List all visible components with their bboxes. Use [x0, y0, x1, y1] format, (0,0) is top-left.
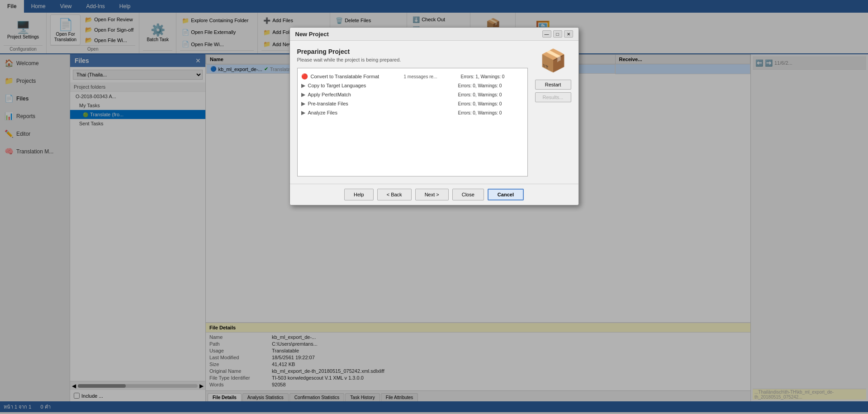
task-name-pre-translate: Pre-translate Files: [308, 101, 398, 106]
modal-footer: Help < Back Next > Close Cancel: [290, 184, 579, 205]
new-project-modal: New Project — □ ✕ Preparing Project Plea…: [289, 27, 579, 205]
restart-button[interactable]: Restart: [535, 80, 571, 90]
modal-controls: — □ ✕: [542, 30, 573, 38]
task-status-icon-perfect-match: ▶: [301, 91, 305, 98]
modal-heading: Preparing Project: [297, 48, 528, 55]
close-button[interactable]: Close: [452, 189, 484, 200]
modal-subtitle: Please wait while the project is being p…: [297, 57, 528, 62]
next-button[interactable]: Next >: [415, 189, 449, 200]
results-button[interactable]: Results...: [535, 92, 571, 102]
task-errors-pre-translate: Errors: 0, Warnings: 0: [458, 101, 502, 106]
modal-side-panel: 📦 Restart Results...: [535, 48, 571, 176]
task-name-copy: Copy to Target Languages: [308, 83, 398, 88]
modal-minimize-button[interactable]: —: [542, 30, 551, 38]
task-row-pre-translate: ▶ Pre-translate Files Errors: 0, Warning…: [301, 99, 524, 108]
modal-close-button[interactable]: ✕: [564, 30, 573, 38]
back-button[interactable]: < Back: [377, 189, 412, 200]
help-button[interactable]: Help: [344, 189, 374, 200]
task-row-copy: ▶ Copy to Target Languages Errors: 0, Wa…: [301, 81, 524, 90]
modal-body: Preparing Project Please wait while the …: [290, 41, 579, 184]
modal-title: New Project: [295, 31, 329, 38]
task-errors-copy: Errors: 0, Warnings: 0: [458, 83, 502, 88]
modal-overlay: New Project — □ ✕ Preparing Project Plea…: [0, 0, 868, 414]
modal-folder-icon: 📦: [540, 48, 567, 73]
modal-titlebar: New Project — □ ✕: [290, 28, 579, 41]
task-name-convert: Convert to Translatable Format: [311, 74, 401, 79]
task-row-analyze: ▶ Analyze Files Errors: 0, Warnings: 0: [301, 108, 524, 117]
task-name-perfect-match: Apply PerfectMatch: [308, 92, 398, 97]
cancel-button[interactable]: Cancel: [488, 189, 524, 200]
task-status-icon-convert: 🔴: [301, 73, 308, 80]
task-msg-convert: 1 messages re...: [404, 74, 458, 79]
task-status-icon-copy: ▶: [301, 82, 305, 89]
task-list-box: 🔴 Convert to Translatable Format 1 messa…: [297, 68, 528, 176]
modal-main-content: Preparing Project Please wait while the …: [297, 48, 528, 176]
task-errors-analyze: Errors: 0, Warnings: 0: [458, 110, 502, 115]
task-errors-perfect-match: Errors: 0, Warnings: 0: [458, 92, 502, 97]
task-name-analyze: Analyze Files: [308, 110, 398, 115]
task-status-icon-pre-translate: ▶: [301, 100, 305, 107]
modal-maximize-button[interactable]: □: [553, 30, 562, 38]
task-status-icon-analyze: ▶: [301, 109, 305, 116]
task-row-perfect-match: ▶ Apply PerfectMatch Errors: 0, Warnings…: [301, 90, 524, 99]
task-row-convert: 🔴 Convert to Translatable Format 1 messa…: [301, 72, 524, 81]
task-errors-convert: Errors: 1, Warnings: 0: [461, 74, 505, 79]
